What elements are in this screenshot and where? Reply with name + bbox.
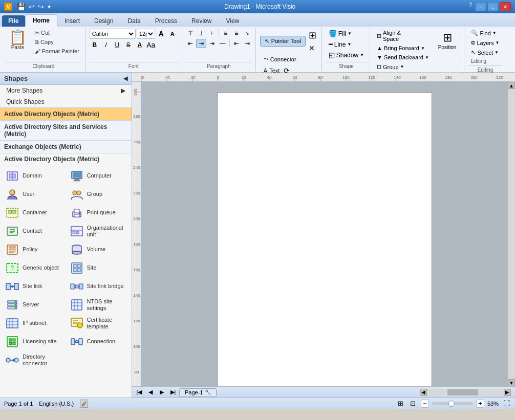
scroll-left-btn[interactable]: ◀ — [420, 389, 427, 396]
font-grow-btn[interactable]: A — [156, 29, 166, 39]
maximize-btn[interactable]: □ — [487, 2, 499, 11]
tab-home[interactable]: Home — [25, 14, 57, 27]
shape-printer[interactable]: Print queue — [67, 204, 130, 222]
font-shrink-btn[interactable]: A — [167, 29, 178, 39]
scroll-up-btn[interactable]: ▲ — [508, 82, 515, 89]
font-color-btn[interactable]: A — [135, 40, 145, 50]
shape-site[interactable]: Site — [67, 259, 130, 277]
connector-button[interactable]: ⤳ Connector — [260, 54, 300, 64]
more-shapes-item[interactable]: More Shapes ▶ — [0, 85, 132, 96]
tab-data[interactable]: Data — [120, 15, 147, 27]
shape-site-link[interactable]: Site link — [2, 278, 66, 295]
tab-review[interactable]: Review — [184, 15, 219, 27]
shape-group-item[interactable]: Group — [67, 186, 130, 203]
layers-button[interactable]: ⧉ Layers ▼ — [468, 38, 502, 47]
tab-file[interactable]: File — [2, 15, 25, 27]
fill-button[interactable]: 🪣 Fill ▼ — [326, 29, 354, 38]
page-tab-1[interactable]: Page-1 🔧 — [179, 388, 217, 396]
help-btn[interactable]: ? — [469, 2, 472, 11]
shape-site-link-bridge[interactable]: Site link bridge — [67, 278, 130, 295]
shadow-button[interactable]: ◱ Shadow ▼ — [326, 50, 367, 60]
strikethrough-btn[interactable]: S — [123, 40, 134, 50]
zoom-in-btn[interactable]: + — [476, 400, 484, 408]
number-btn[interactable]: ≡ — [231, 29, 242, 38]
save-qa-btn[interactable]: 💾 — [17, 3, 26, 11]
find-button[interactable]: 🔍 Find ▼ — [468, 29, 499, 37]
drawing-canvas[interactable] — [217, 92, 432, 386]
shape-contact[interactable]: Contact — [2, 223, 66, 240]
shape-org-unit[interactable]: Organizational unit — [67, 223, 130, 240]
justify-btn[interactable]: — — [218, 39, 228, 48]
shapes-collapse-btn[interactable]: ◀ — [123, 75, 127, 82]
paste-button[interactable]: 📋 Paste — [5, 29, 30, 52]
shape-domain[interactable]: Domain — [2, 167, 66, 185]
para-more-btn[interactable]: ↘ — [242, 29, 252, 38]
redo-qa-btn[interactable]: ↪ — [38, 3, 44, 11]
tab-design[interactable]: Design — [87, 15, 120, 27]
shape-computer[interactable]: Computer — [67, 167, 130, 185]
align-bottom-btn[interactable]: ⊦ — [207, 29, 217, 38]
shape-volume[interactable]: Volume — [67, 241, 130, 258]
zoom-slider[interactable] — [432, 402, 473, 405]
clear-format-btn[interactable]: Aa — [146, 40, 156, 50]
align-center-btn[interactable]: ⇥ — [196, 39, 206, 48]
align-right-btn[interactable]: ⇥ — [207, 39, 217, 48]
dec-indent-btn[interactable]: ⇤ — [231, 39, 242, 48]
align-top-btn[interactable]: ⊤ — [185, 29, 196, 38]
cut-button[interactable]: ✂ Cut — [32, 29, 82, 37]
h-scroll-track[interactable] — [427, 389, 504, 395]
bold-btn[interactable]: B — [90, 40, 100, 50]
scroll-right-btn[interactable]: ▶ — [504, 389, 511, 396]
tab-process[interactable]: Process — [148, 15, 184, 27]
position-button[interactable]: ⊞ Position — [434, 29, 461, 53]
close-btn[interactable]: ✕ — [500, 2, 511, 11]
bring-forward-btn[interactable]: ▲ Bring Forward ▼ — [374, 44, 432, 52]
align-distribute-btn[interactable]: ⊞ Align &Space — [374, 29, 403, 43]
send-backward-btn[interactable]: ▼ Send Backward ▼ — [374, 53, 432, 61]
shape-ip-subnet[interactable]: IP subnet — [2, 315, 66, 332]
shape-connection[interactable]: Connection — [67, 333, 130, 350]
align-middle-btn[interactable]: ⊥ — [196, 29, 206, 38]
shape-user[interactable]: User — [2, 186, 66, 203]
fit-width-btn[interactable]: ⊞ — [396, 399, 405, 408]
shape-container[interactable]: Container — [2, 204, 66, 222]
line-button[interactable]: ━ Line ▼ — [326, 39, 354, 49]
right-scrollbar[interactable]: ▲ ▼ — [508, 82, 515, 386]
select-button[interactable]: ↖ Select ▼ — [468, 48, 501, 57]
category-active-directory[interactable]: Active Directory Objects (Metric) — [0, 108, 132, 121]
quick-shapes-item[interactable]: Quick Shapes — [0, 96, 132, 107]
underline-btn[interactable]: U — [112, 40, 122, 50]
shape-licensing[interactable]: Licensing site — [2, 333, 66, 350]
copy-button[interactable]: ⧉ Copy — [32, 38, 82, 47]
inc-indent-btn[interactable]: ⇥ — [242, 39, 252, 48]
shape-ntds[interactable]: NTDS site settings — [67, 296, 130, 314]
fit-page-btn[interactable]: ⊡ — [409, 399, 418, 408]
prev-page-btn[interactable]: ◀ — [145, 388, 156, 397]
shape-server[interactable]: Server — [2, 296, 66, 314]
first-page-btn[interactable]: |◀ — [134, 388, 144, 397]
scroll-down-btn[interactable]: ▼ — [508, 379, 515, 386]
shape-policy[interactable]: Policy — [2, 241, 66, 258]
minimize-btn[interactable]: ─ — [475, 2, 486, 11]
tab-view[interactable]: View — [219, 15, 246, 27]
full-screen-btn[interactable]: ⛶ — [502, 399, 511, 408]
tool-option-box[interactable]: ⊞ — [307, 29, 318, 42]
category-ad-sites[interactable]: Active Directory Sites and Services (Met… — [0, 121, 132, 141]
italic-btn[interactable]: I — [101, 40, 111, 50]
font-size-select[interactable]: 12pt — [137, 29, 155, 39]
shape-certificate[interactable]: Certificate template — [67, 315, 130, 332]
undo-qa-btn[interactable]: ↩ — [29, 3, 35, 11]
category-exchange[interactable]: Exchange Objects (Metric) — [0, 141, 132, 153]
font-family-select[interactable]: Calibri — [90, 29, 136, 39]
shape-generic[interactable]: ? Generic object — [2, 259, 66, 277]
zoom-out-btn[interactable]: − — [421, 400, 429, 408]
bullet-btn[interactable]: ≡ — [221, 29, 231, 38]
last-page-btn[interactable]: ▶| — [168, 388, 178, 397]
next-page-btn[interactable]: ▶ — [157, 388, 167, 397]
format-painter-button[interactable]: 🖌 Format Painter — [32, 47, 82, 55]
qa-dropdown-btn[interactable]: ▼ — [47, 4, 52, 10]
align-left-btn[interactable]: ⇤ — [185, 39, 196, 48]
tool-option-x[interactable]: ✕ — [307, 43, 318, 53]
group-btn[interactable]: ⊡ Group ▼ — [374, 62, 432, 71]
shape-dir-connector[interactable]: Directory connector — [2, 351, 66, 369]
